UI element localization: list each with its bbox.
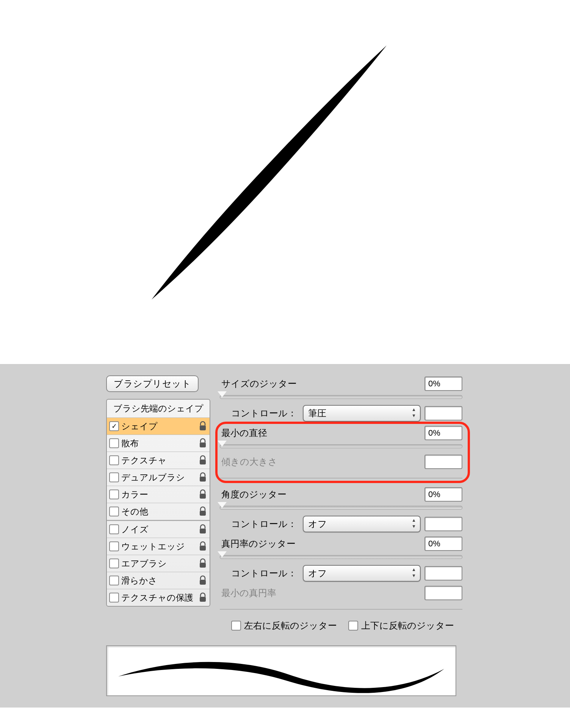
lock-icon[interactable]: [198, 524, 207, 535]
svg-rect-5: [200, 511, 206, 516]
brush-tip-shape-header[interactable]: ブラシ先端のシェイプ: [107, 400, 210, 418]
angle-jitter-input[interactable]: 0%: [424, 487, 462, 502]
sidebar-item-shape-dynamics[interactable]: ✓ シェイプ: [107, 418, 210, 435]
lock-icon[interactable]: [198, 575, 207, 586]
sidebar-item-other-dynamics[interactable]: その他: [107, 503, 210, 520]
angle-jitter-slider[interactable]: [220, 504, 462, 511]
lock-icon[interactable]: [198, 421, 207, 431]
brush-settings-panel: ブラシプリセット ブラシ先端のシェイプ ✓ シェイプ 散布 テクスチャ: [0, 364, 570, 708]
tilt-scale-label: 傾きの大きさ: [220, 456, 424, 468]
lock-icon[interactable]: [198, 455, 207, 466]
preview-stroke: [118, 662, 444, 693]
checkbox-icon[interactable]: [109, 507, 119, 516]
roundness-control-select[interactable]: オフ ▲▼: [303, 565, 421, 582]
lock-icon[interactable]: [198, 506, 207, 517]
roundness-jitter-input[interactable]: 0%: [424, 537, 462, 551]
svg-rect-9: [200, 580, 206, 585]
divider: [220, 478, 462, 479]
sidebar-item-scattering[interactable]: 散布: [107, 435, 210, 452]
min-diameter-slider[interactable]: [220, 442, 462, 450]
control-label: コントロール：: [231, 407, 299, 419]
slider-track: [220, 444, 462, 448]
roundness-control-row: コントロール： オフ ▲▼ .: [231, 564, 462, 582]
size-jitter-slider[interactable]: [220, 393, 462, 400]
slider-track: [220, 555, 462, 559]
sidebar-item-airbrush[interactable]: エアブラシ: [107, 555, 210, 572]
flip-y-jitter-checkbox[interactable]: 上下に反転のジッター: [348, 620, 454, 632]
min-diameter-input[interactable]: 0%: [424, 426, 462, 440]
divider: [220, 609, 462, 610]
sidebar-item-label: テクスチャの保護: [121, 592, 196, 604]
checkbox-icon[interactable]: [109, 438, 119, 448]
sidebar-item-texture[interactable]: テクスチャ: [107, 452, 210, 469]
slider-handle-icon[interactable]: [218, 391, 227, 397]
flip-x-jitter-checkbox[interactable]: 左右に反転のジッター: [231, 620, 337, 632]
brush-option-list: ブラシ先端のシェイプ ✓ シェイプ 散布 テクスチャ デュ: [106, 399, 210, 607]
brush-preview-svg: [107, 646, 456, 695]
brush-sample-canvas: [0, 0, 570, 364]
lock-icon[interactable]: [198, 489, 207, 500]
flip-x-label: 左右に反転のジッター: [244, 620, 337, 632]
sidebar-item-smoothing[interactable]: 滑らかさ: [107, 572, 210, 589]
flip-y-label: 上下に反転のジッター: [361, 620, 454, 632]
slider-handle-icon[interactable]: [218, 502, 227, 508]
sidebar-item-label: 散布: [121, 438, 196, 449]
roundness-jitter-label: 真円率のジッター: [220, 538, 424, 550]
svg-rect-2: [200, 460, 206, 464]
angle-control-row: コントロール： オフ ▲▼ .: [231, 515, 462, 533]
checkbox-icon[interactable]: [109, 541, 119, 551]
roundness-jitter-slider[interactable]: [220, 553, 462, 560]
angle-control-select[interactable]: オフ ▲▼: [303, 516, 421, 532]
select-value: 筆圧: [308, 407, 326, 419]
lock-icon[interactable]: [198, 541, 207, 552]
min-roundness-input[interactable]: .: [424, 586, 462, 600]
slider-track: [220, 395, 462, 399]
checkbox-icon[interactable]: [109, 559, 119, 568]
checkbox-icon[interactable]: [109, 593, 119, 602]
sidebar-item-protect-texture[interactable]: テクスチャの保護: [107, 589, 210, 606]
svg-rect-4: [200, 494, 206, 499]
sidebar-item-noise[interactable]: ノイズ: [107, 520, 210, 538]
size-jitter-input[interactable]: 0%: [424, 377, 462, 391]
tilt-scale-input[interactable]: .: [424, 455, 462, 469]
svg-rect-1: [200, 442, 206, 447]
checkbox-icon[interactable]: [109, 576, 119, 585]
brush-stroke: [152, 46, 387, 300]
checkbox-icon[interactable]: [231, 621, 241, 631]
checkbox-icon[interactable]: [348, 621, 358, 631]
angle-control-extra-input[interactable]: .: [424, 517, 462, 531]
lock-icon[interactable]: [198, 558, 207, 569]
checkbox-icon[interactable]: [109, 524, 119, 534]
sidebar-item-color-dynamics[interactable]: カラー: [107, 486, 210, 503]
checkbox-icon[interactable]: [109, 472, 119, 482]
control-label: コントロール：: [231, 518, 299, 530]
min-diameter-label: 最小の直径: [220, 427, 424, 439]
sidebar-column: ブラシプリセット ブラシ先端のシェイプ ✓ シェイプ 散布 テクスチャ: [106, 375, 210, 607]
sidebar-item-wet-edges[interactable]: ウェットエッジ: [107, 538, 210, 555]
slider-handle-icon[interactable]: [218, 551, 227, 557]
sidebar-item-label: その他: [121, 506, 196, 518]
control-label: コントロール：: [231, 567, 299, 579]
lock-icon[interactable]: [198, 592, 207, 603]
size-jitter-label: サイズのジッター: [220, 378, 424, 390]
size-jitter-block: サイズのジッター 0%: [220, 375, 462, 400]
sidebar-item-label: カラー: [121, 489, 196, 500]
size-control-row: コントロール： 筆圧 ▲▼ .: [231, 404, 462, 422]
lock-icon[interactable]: [198, 472, 207, 483]
slider-handle-icon[interactable]: [218, 441, 227, 447]
size-control-extra-input[interactable]: .: [424, 406, 462, 420]
select-value: オフ: [308, 567, 327, 579]
brush-stroke-svg: [0, 0, 570, 364]
sidebar-item-dual-brush[interactable]: デュアルブラシ: [107, 469, 210, 486]
lock-icon[interactable]: [198, 438, 207, 449]
angle-jitter-label: 角度のジッター: [220, 488, 424, 500]
checkbox-icon[interactable]: ✓: [109, 421, 119, 431]
roundness-control-extra-input[interactable]: .: [424, 566, 462, 581]
sidebar-item-label: ノイズ: [121, 524, 196, 535]
min-roundness-label: 最小の真円率: [220, 587, 424, 599]
checkbox-icon[interactable]: [109, 455, 119, 465]
size-control-select[interactable]: 筆圧 ▲▼: [303, 405, 421, 422]
brush-presets-button[interactable]: ブラシプリセット: [106, 375, 199, 392]
checkbox-icon[interactable]: [109, 490, 119, 499]
updown-arrows-icon: ▲▼: [412, 566, 416, 579]
